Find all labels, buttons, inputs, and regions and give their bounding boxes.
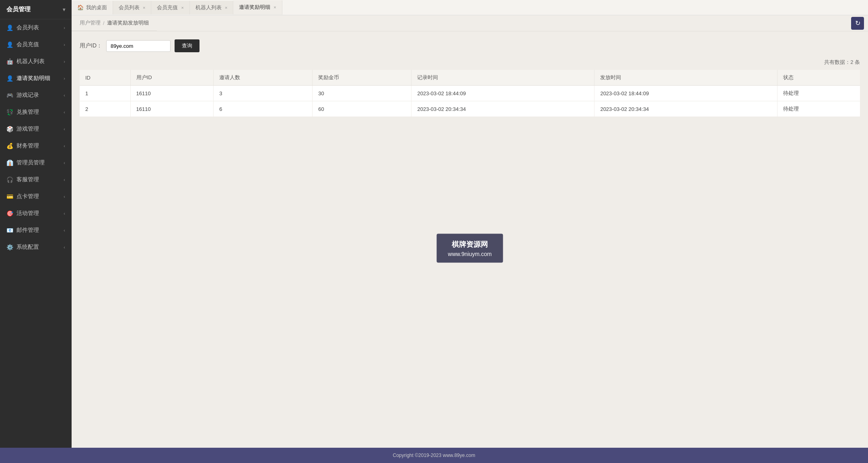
sidebar-item-label-card-mgmt: 点卡管理 (16, 193, 39, 200)
finance-mgmt-icon: 💰 (6, 143, 13, 149)
table-cell: 16110 (130, 101, 214, 117)
exchange-mgmt-icon: 💱 (6, 109, 13, 115)
tab-member-list[interactable]: 会员列表 × (113, 1, 151, 14)
sidebar-item-label-robot-list: 机器人列表 (16, 58, 45, 65)
email-mgmt-icon: 📧 (6, 227, 13, 234)
sidebar-header-label: 会员管理 (6, 6, 31, 13)
refresh-button[interactable]: ↻ (851, 17, 864, 30)
game-record-arrow: ‹ (64, 93, 65, 98)
col-release-time: 发放时间 (594, 70, 777, 86)
member-list-icon: 👤 (6, 25, 13, 31)
finance-mgmt-arrow: ‹ (64, 143, 65, 148)
tab-member-recharge-label: 会员充值 (157, 4, 178, 11)
sidebar-item-sys-config[interactable]: ⚙️ 系统配置 ‹ (0, 239, 72, 256)
sidebar-item-email-mgmt[interactable]: 📧 邮件管理 ‹ (0, 222, 72, 239)
sidebar-item-invite-reward[interactable]: 👤 邀请奖励明细 › (0, 70, 72, 87)
search-form: 用户ID： 查询 (80, 39, 860, 52)
table-row: 1161103302023-03-02 18:44:092023-03-02 1… (80, 86, 860, 101)
invite-reward-icon: 👤 (6, 75, 13, 82)
table-cell: 待处理 (777, 101, 860, 117)
sidebar-item-admin-mgmt[interactable]: 👔 管理员管理 ‹ (0, 154, 72, 171)
user-id-input[interactable] (106, 40, 171, 52)
tab-robot-list-close[interactable]: × (225, 5, 227, 10)
table-cell: 待处理 (777, 86, 860, 101)
breadcrumb-parent[interactable]: 用户管理 (80, 19, 101, 27)
watermark-line2: www.9niuym.com (448, 251, 492, 257)
breadcrumb-sep: / (103, 20, 105, 26)
sidebar-item-member-list[interactable]: 👤 会员列表 › (0, 19, 72, 36)
sidebar-item-cs-mgmt[interactable]: 🎧 客服管理 ‹ (0, 171, 72, 188)
col-invite-count: 邀请人数 (214, 70, 313, 86)
sidebar-item-label-email-mgmt: 邮件管理 (16, 227, 39, 234)
sidebar-item-label-game-record: 游戏记录 (16, 92, 39, 99)
tab-invite-reward-label: 邀请奖励明细 (239, 4, 270, 11)
table-cell: 2023-03-02 18:44:09 (594, 86, 777, 101)
exchange-mgmt-arrow: ‹ (64, 110, 65, 115)
table-cell: 6 (214, 101, 313, 117)
tab-bar: 🏠 我的桌面 会员列表 × 会员充值 × 机器人列表 × 邀请奖励明细 × (72, 0, 868, 15)
tab-member-recharge-close[interactable]: × (181, 5, 183, 10)
sidebar-item-activity-mgmt[interactable]: 🎯 活动管理 ‹ (0, 205, 72, 222)
user-id-label: 用户ID： (80, 42, 102, 49)
table-cell: 30 (313, 86, 411, 101)
search-button[interactable]: 查询 (175, 39, 200, 52)
tab-member-list-label: 会员列表 (119, 4, 140, 11)
sidebar-item-label-activity-mgmt: 活动管理 (16, 210, 39, 217)
tab-member-recharge[interactable]: 会员充值 × (151, 1, 189, 14)
sidebar-header-chevron: ▾ (63, 7, 65, 12)
sidebar-item-robot-list[interactable]: 🤖 机器人列表 › (0, 53, 72, 70)
admin-mgmt-icon: 👔 (6, 160, 13, 166)
sidebar-item-label-finance-mgmt: 财务管理 (16, 142, 39, 150)
content-area: 用户ID： 查询 共有数据：2 条 ID 用户ID 邀请人数 奖励金币 记录时间… (72, 31, 868, 448)
sidebar-item-label-exchange-mgmt: 兑换管理 (16, 109, 39, 116)
game-record-icon: 🎮 (6, 92, 13, 98)
sidebar-item-finance-mgmt[interactable]: 💰 财务管理 ‹ (0, 137, 72, 154)
activity-mgmt-arrow: ‹ (64, 211, 65, 216)
table-cell: 2023-03-02 20:34:34 (411, 101, 594, 117)
robot-list-arrow: › (64, 59, 65, 64)
tab-robot-list-label: 机器人列表 (195, 4, 222, 11)
card-mgmt-icon: 💳 (6, 193, 13, 200)
main-area: 🏠 我的桌面 会员列表 × 会员充值 × 机器人列表 × 邀请奖励明细 × (72, 0, 868, 448)
watermark-line1: 棋牌资源网 (448, 240, 492, 249)
sidebar-item-game-mgmt[interactable]: 🎲 游戏管理 ‹ (0, 121, 72, 137)
table-cell: 16110 (130, 86, 214, 101)
member-list-arrow: › (64, 25, 65, 30)
data-table: ID 用户ID 邀请人数 奖励金币 记录时间 发放时间 状态 116110330… (80, 70, 860, 117)
sidebar-item-member-recharge[interactable]: 👤 会员充值 › (0, 36, 72, 53)
tab-home[interactable]: 🏠 我的桌面 (72, 1, 113, 14)
table-cell: 1 (80, 86, 130, 101)
breadcrumb: 用户管理 / 邀请奖励发放明细 (72, 15, 157, 31)
table-row: 2161106602023-03-02 20:34:342023-03-02 2… (80, 101, 860, 117)
col-record-time: 记录时间 (411, 70, 594, 86)
sidebar-item-label-member-recharge: 会员充值 (16, 41, 39, 48)
robot-list-icon: 🤖 (6, 58, 13, 65)
game-mgmt-arrow: ‹ (64, 127, 65, 131)
col-id: ID (80, 70, 130, 86)
sidebar-item-label-sys-config: 系统配置 (16, 244, 39, 251)
sidebar-item-exchange-mgmt[interactable]: 💱 兑换管理 ‹ (0, 104, 72, 121)
member-recharge-icon: 👤 (6, 41, 13, 48)
col-user-id: 用户ID (130, 70, 214, 86)
home-icon: 🏠 (77, 4, 84, 10)
sidebar-item-label-admin-mgmt: 管理员管理 (16, 159, 45, 166)
activity-mgmt-icon: 🎯 (6, 210, 13, 217)
tab-invite-reward-close[interactable]: × (274, 5, 276, 10)
footer: Copyright ©2019-2023 www.89ye.com (0, 448, 868, 463)
tab-robot-list[interactable]: 机器人列表 × (190, 1, 233, 14)
table-cell: 60 (313, 101, 411, 117)
email-mgmt-arrow: ‹ (64, 228, 65, 233)
tab-invite-reward[interactable]: 邀请奖励明细 × (233, 0, 282, 15)
sidebar-header[interactable]: 会员管理 ▾ (0, 0, 72, 19)
table-cell: 2 (80, 101, 130, 117)
footer-text: Copyright ©2019-2023 www.89ye.com (393, 453, 475, 458)
refresh-icon: ↻ (855, 19, 860, 27)
sidebar-item-card-mgmt[interactable]: 💳 点卡管理 ‹ (0, 188, 72, 205)
col-reward-coins: 奖励金币 (313, 70, 411, 86)
sidebar-item-game-record[interactable]: 🎮 游戏记录 ‹ (0, 87, 72, 104)
sys-config-icon: ⚙️ (6, 244, 13, 250)
member-recharge-arrow: › (64, 42, 65, 47)
sidebar-item-label-member-list: 会员列表 (16, 24, 39, 31)
game-mgmt-icon: 🎲 (6, 126, 13, 132)
tab-member-list-close[interactable]: × (143, 5, 145, 10)
